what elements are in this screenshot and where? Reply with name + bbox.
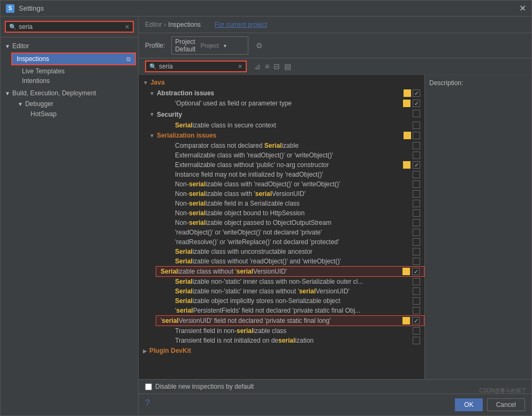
- abstraction-label: Abstraction issues: [157, 89, 214, 97]
- abstraction-arrow-icon: ▼: [149, 90, 155, 96]
- expand-icon[interactable]: ≡: [265, 62, 269, 71]
- dialog-buttons: ? OK Cancel: [139, 394, 531, 415]
- s4-checkbox[interactable]: [413, 171, 420, 178]
- insp-item-s11[interactable]: 'readResolve()' or 'writeReplace()' not …: [156, 237, 424, 247]
- security-header[interactable]: ▼ Security: [145, 108, 424, 120]
- insp-item-s4[interactable]: Instance field may not be initialized by…: [156, 170, 424, 179]
- app-icon: S: [6, 4, 14, 13]
- optional-checkbox[interactable]: [413, 100, 420, 107]
- filter-clear-icon[interactable]: ✕: [238, 63, 242, 70]
- profile-tag: Project: [201, 42, 222, 49]
- serialization-header[interactable]: ▼ Serialization issues: [145, 130, 424, 141]
- insp-item-s7[interactable]: Non-serializable field in a Serializable…: [156, 199, 424, 208]
- s5-checkbox[interactable]: [413, 180, 420, 188]
- sidebar-item-live-templates[interactable]: Live Templates: [9, 66, 138, 76]
- gear-button[interactable]: ⚙: [255, 40, 264, 51]
- s10-checkbox[interactable]: [413, 229, 420, 236]
- plugin-devkit-arrow-icon: ▶: [143, 348, 147, 354]
- filter-search-input[interactable]: [159, 63, 238, 70]
- insp-item-s16[interactable]: Serializable non-'static' inner class wi…: [156, 286, 424, 296]
- s19-checkbox[interactable]: [412, 317, 420, 324]
- insp-item-s6[interactable]: Non-serializable class with 'serialVersi…: [156, 189, 424, 199]
- filter-icon[interactable]: ⊿: [254, 62, 261, 71]
- insp-item-s5[interactable]: Non-serializable class with 'readObject(…: [156, 179, 424, 189]
- close-button[interactable]: ✕: [519, 4, 526, 13]
- abstraction-header[interactable]: ▼ Abstraction issues: [145, 88, 424, 99]
- sidebar-item-intentions[interactable]: Intentions: [9, 76, 138, 86]
- plugin-devkit-header[interactable]: ▶ Plugin DevKit: [139, 345, 424, 356]
- insp-item-s21[interactable]: Transient field is not initialized on de…: [156, 336, 424, 345]
- insp-item-s14[interactable]: Serializable class without 'serialVersio…: [156, 266, 424, 277]
- java-arrow-icon: ▼: [143, 80, 148, 86]
- insp-item-s9[interactable]: Non-serializable object passed to Object…: [156, 218, 424, 228]
- s21-checkbox[interactable]: [413, 337, 420, 344]
- panel-header: Editor › Inspections For current project: [139, 17, 531, 33]
- s3-checkbox[interactable]: [413, 161, 420, 169]
- insp-item-serializable-secure[interactable]: Serializable class in secure context: [156, 120, 424, 130]
- help-icon[interactable]: ?: [145, 398, 150, 411]
- insp-item-s15[interactable]: Serializable non-'static' inner class wi…: [156, 277, 424, 286]
- security-group: ▼ Security Serializable class in secure …: [139, 108, 424, 130]
- s16-checkbox[interactable]: [413, 288, 420, 295]
- s14-checkbox[interactable]: [412, 268, 420, 275]
- ok-button[interactable]: OK: [455, 398, 482, 411]
- s7-checkbox[interactable]: [413, 200, 420, 207]
- sidebar-item-inspections[interactable]: Inspections ⧉: [11, 52, 136, 65]
- insp-item-s12[interactable]: Serializable class with unconstructable …: [156, 247, 424, 256]
- insp-item-s18[interactable]: 'serialPersistentFields' field not decla…: [156, 306, 424, 315]
- bottom-bar: Disable new inspections by default: [139, 379, 531, 394]
- s14-color-box: [402, 268, 410, 275]
- collapse-icon[interactable]: ⊟: [273, 62, 280, 71]
- sidebar-item-build[interactable]: ▼ Build, Execution, Deployment: [1, 88, 138, 99]
- insp-item-s17[interactable]: Serializable object implicitly stores no…: [156, 296, 424, 306]
- insp-item-s1[interactable]: Comparator class not declared Serializab…: [156, 141, 424, 150]
- java-label: Java: [150, 79, 165, 86]
- inspections-content: ▼ Java ▼ Abstraction issues: [139, 75, 531, 379]
- sidebar-item-hotswap[interactable]: HotSwap: [9, 109, 138, 119]
- insp-item-s8[interactable]: Non-serializable object bound to HttpSes…: [156, 208, 424, 218]
- s11-checkbox[interactable]: [413, 238, 420, 246]
- sidebar-item-debugger[interactable]: ▼ Debugger: [9, 99, 138, 109]
- profile-select[interactable]: Project Default Project ▾: [171, 36, 248, 55]
- serializable-secure-checkbox[interactable]: [413, 122, 420, 129]
- s8-checkbox[interactable]: [413, 209, 420, 217]
- s9-checkbox[interactable]: [413, 219, 420, 226]
- disable-inspections-checkbox[interactable]: [145, 383, 152, 390]
- s20-checkbox[interactable]: [413, 327, 420, 335]
- security-checkbox[interactable]: [413, 110, 420, 117]
- insp-item-s3[interactable]: Externalizable class without 'public' no…: [156, 160, 424, 170]
- serialization-arrow-icon: ▼: [149, 133, 155, 139]
- s12-checkbox[interactable]: [413, 248, 420, 255]
- project-link[interactable]: For current project: [215, 21, 267, 28]
- s15-checkbox[interactable]: [413, 278, 420, 285]
- sidebar-search-input[interactable]: [19, 23, 125, 31]
- serializable-secure-text: Serializable class in secure context: [175, 122, 411, 129]
- profile-dropdown-arrow-icon: ▾: [224, 43, 245, 49]
- toggle-icon[interactable]: ▤: [284, 62, 291, 71]
- insp-item-s10[interactable]: 'readObject()' or 'writeObject()' not de…: [156, 228, 424, 237]
- abstraction-color-box: [404, 89, 411, 97]
- insp-item-s13[interactable]: Serializable class without 'readObject()…: [156, 256, 424, 266]
- s2-checkbox[interactable]: [413, 152, 420, 159]
- s19-color-box: [402, 317, 410, 324]
- insp-item-s19[interactable]: 'serialVersionUID' field not declared 'p…: [156, 315, 424, 326]
- serialization-label: Serialization issues: [157, 132, 216, 139]
- insp-item-optional[interactable]: 'Optional' used as field or parameter ty…: [156, 99, 424, 108]
- plugin-devkit-label: Plugin DevKit: [149, 347, 191, 354]
- s6-checkbox[interactable]: [413, 190, 420, 198]
- sidebar-tree: ▼ Editor Inspections ⧉ Live Templates In…: [1, 37, 138, 415]
- title-bar: S Settings ✕: [1, 1, 531, 17]
- s13-checkbox[interactable]: [413, 258, 420, 265]
- plugin-devkit-section: ▶ Plugin DevKit: [139, 345, 424, 356]
- abstraction-checkbox[interactable]: [413, 89, 420, 97]
- insp-item-s2[interactable]: Externalizable class with 'readObject()'…: [156, 150, 424, 160]
- java-header[interactable]: ▼ Java: [139, 77, 424, 88]
- serialization-checkbox[interactable]: [413, 132, 420, 139]
- s17-checkbox[interactable]: [413, 297, 420, 305]
- insp-item-s20[interactable]: Transient field in non-serializable clas…: [156, 326, 424, 336]
- sidebar-item-editor[interactable]: ▼ Editor: [1, 41, 138, 51]
- cancel-button[interactable]: Cancel: [487, 398, 525, 411]
- s1-checkbox[interactable]: [413, 142, 420, 149]
- s18-checkbox[interactable]: [413, 307, 420, 314]
- sidebar-clear-icon[interactable]: ✕: [125, 24, 130, 31]
